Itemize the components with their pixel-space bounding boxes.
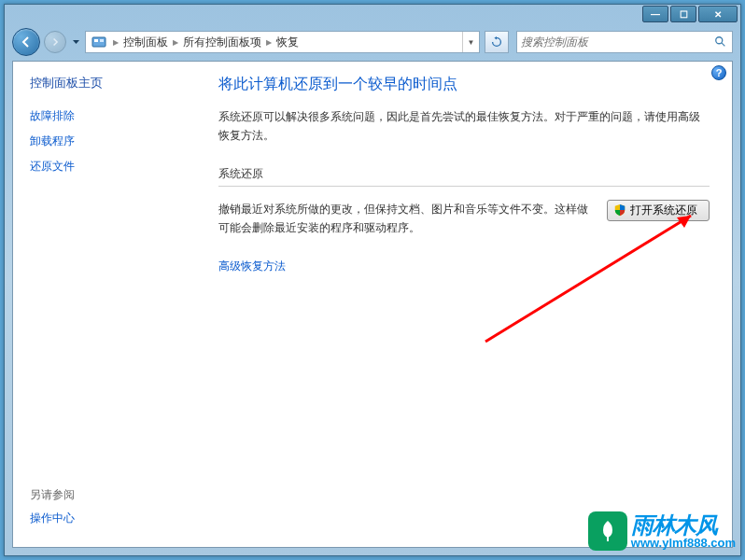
breadcrumb-control-panel[interactable]: 控制面板 xyxy=(119,32,172,52)
restore-description: 撤销最近对系统所做的更改，但保持文档、图片和音乐等文件不变。这样做可能会删除最近… xyxy=(218,200,592,238)
search-icon[interactable] xyxy=(713,35,728,49)
svg-rect-1 xyxy=(94,39,98,42)
maximize-button[interactable]: ☐ xyxy=(670,6,696,22)
content-area: 控制面板主页 故障排除 卸载程序 还原文件 另请参阅 操作中心 ? 将此计算机还… xyxy=(12,61,733,548)
advanced-recovery-link[interactable]: 高级恢复方法 xyxy=(218,259,710,274)
breadcrumb-separator: ▶ xyxy=(265,38,273,47)
toolbar: ▶ 控制面板 ▶ 所有控制面板项 ▶ 恢复 ▼ xyxy=(12,27,733,57)
sidebar-title: 控制面板主页 xyxy=(30,75,189,91)
uac-shield-icon xyxy=(613,203,626,217)
sidebar-link-action-center[interactable]: 操作中心 xyxy=(30,511,75,526)
app-window: — ☐ ✕ ▶ 控制面板 ▶ 所有控制面板项 ▶ 恢复 ▼ xyxy=(4,4,741,556)
close-button[interactable]: ✕ xyxy=(698,6,738,22)
sidebar-link-restore-files[interactable]: 还原文件 xyxy=(30,159,189,175)
minimize-button[interactable]: — xyxy=(642,6,668,22)
svg-line-4 xyxy=(722,43,725,47)
sidebar-bottom: 另请参阅 操作中心 xyxy=(30,487,75,536)
restore-row: 撤销最近对系统所做的更改，但保持文档、图片和音乐等文件不变。这样做可能会删除最近… xyxy=(218,200,710,238)
page-heading: 将此计算机还原到一个较早的时间点 xyxy=(218,75,710,94)
breadcrumb-recovery[interactable]: 恢复 xyxy=(273,32,302,52)
refresh-icon xyxy=(490,35,503,49)
chevron-down-icon xyxy=(73,40,79,45)
sidebar-link-troubleshoot[interactable]: 故障排除 xyxy=(30,108,189,124)
nav-back-button[interactable] xyxy=(12,28,40,56)
breadcrumb-separator: ▶ xyxy=(112,38,119,47)
page-description: 系统还原可以解决很多系统问题，因此是首先尝试的最佳恢复方法。对于严重的问题，请使… xyxy=(218,107,710,146)
address-dropdown[interactable]: ▼ xyxy=(462,32,479,52)
arrow-left-icon xyxy=(20,35,33,49)
open-system-restore-button[interactable]: 打开系统还原 xyxy=(607,200,710,221)
address-bar[interactable]: ▶ 控制面板 ▶ 所有控制面板项 ▶ 恢复 ▼ xyxy=(85,31,480,53)
help-icon[interactable]: ? xyxy=(711,65,726,80)
restore-button-label: 打开系统还原 xyxy=(630,203,697,218)
see-also-label: 另请参阅 xyxy=(30,487,75,503)
nav-forward-button xyxy=(44,31,66,53)
control-panel-icon xyxy=(90,33,108,51)
titlebar: — ☐ ✕ xyxy=(5,5,740,23)
svg-rect-2 xyxy=(100,39,104,42)
refresh-button[interactable] xyxy=(485,31,509,53)
sidebar-link-uninstall[interactable]: 卸载程序 xyxy=(30,133,189,149)
search-input[interactable] xyxy=(521,35,713,49)
breadcrumb-separator: ▶ xyxy=(172,38,179,47)
svg-point-3 xyxy=(716,37,723,44)
main-panel: ? 将此计算机还原到一个较早的时间点 系统还原可以解决很多系统问题，因此是首先尝… xyxy=(196,62,732,547)
search-box[interactable] xyxy=(516,31,733,53)
section-title: 系统还原 xyxy=(218,166,710,187)
sidebar: 控制面板主页 故障排除 卸载程序 还原文件 另请参阅 操作中心 xyxy=(13,62,196,547)
arrow-right-icon xyxy=(50,37,60,47)
nav-history-dropdown[interactable] xyxy=(70,28,81,56)
breadcrumb-all-items[interactable]: 所有控制面板项 xyxy=(179,32,265,52)
